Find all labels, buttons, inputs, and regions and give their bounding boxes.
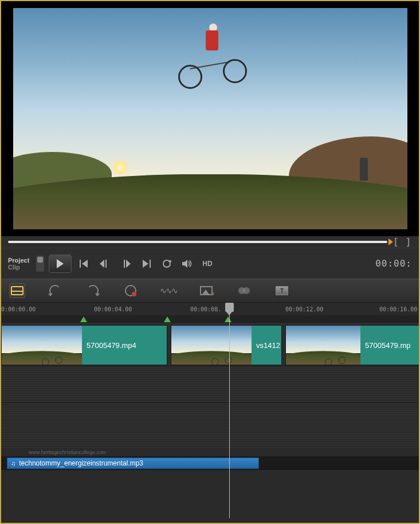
music-note-icon: ♫ <box>11 460 15 467</box>
playhead[interactable] <box>229 303 230 518</box>
svg-rect-0 <box>80 260 81 268</box>
text-icon: T <box>276 286 288 295</box>
ruler-tick: 0:00:00.00 <box>1 306 36 312</box>
marker[interactable] <box>164 316 171 322</box>
play-button[interactable] <box>49 255 72 273</box>
audio-mixer-button[interactable]: ∿∿∿ <box>160 283 176 298</box>
go-start-button[interactable] <box>76 256 92 272</box>
effects-button[interactable] <box>236 283 252 298</box>
scrubber-row: [ ] <box>1 236 419 248</box>
marker[interactable] <box>225 316 231 322</box>
go-end-button[interactable] <box>138 256 154 272</box>
auto-music-button[interactable] <box>198 283 214 298</box>
svg-marker-1 <box>82 260 88 268</box>
video-track[interactable]: 🔊 57005479.mp4 vs1412 🔊 57005479.mp <box>1 323 419 366</box>
step-fwd-button[interactable] <box>117 256 134 272</box>
svg-marker-5 <box>126 260 131 268</box>
mode-project-label: Project <box>8 257 29 264</box>
ruler-tick: 00:00:04.00 <box>94 306 132 312</box>
reel-icon <box>125 285 136 296</box>
hd-label[interactable]: HD <box>202 260 212 268</box>
mode-clip-label: Clip <box>8 264 29 271</box>
redo-button[interactable] <box>85 283 101 298</box>
clip-thumbnail: 🔊 <box>286 326 360 365</box>
playhead-handle[interactable] <box>225 303 234 312</box>
audio-clip-label: technotommy_energizeinstrumental.mp3 <box>19 459 143 467</box>
svg-marker-2 <box>100 260 104 268</box>
clip-thumbnail <box>171 326 252 365</box>
svg-point-8 <box>163 260 170 267</box>
storyboard-icon <box>11 286 23 295</box>
clip-label: vs1412 <box>252 326 281 365</box>
ruler-tick: 00:00:16.00 <box>379 306 417 312</box>
ruler-tick: 00:00:12.00 <box>285 306 323 312</box>
svg-marker-10 <box>182 260 187 268</box>
storyboard-toggle[interactable] <box>9 283 25 298</box>
loop-button[interactable] <box>159 256 175 272</box>
marker-row[interactable] <box>1 315 419 323</box>
watermark-text: www.heritagechristiancollege.com <box>1 448 419 456</box>
redo-icon <box>87 285 99 296</box>
clip-thumbnail: 🔊 <box>2 326 82 365</box>
clip-label: 57005479.mp <box>360 326 420 365</box>
undo-button[interactable] <box>47 283 63 298</box>
video-clip[interactable]: 🔊 57005479.mp4 <box>1 325 167 365</box>
svg-marker-9 <box>169 260 172 263</box>
timeline-toolbar: ∿∿∿ T <box>1 279 419 303</box>
video-clip[interactable]: vs1412 <box>171 325 282 365</box>
timecode-display[interactable]: 00:00: <box>375 258 412 269</box>
mode-labels: Project Clip <box>8 257 29 271</box>
volume-button[interactable] <box>179 256 195 272</box>
preview-frame <box>13 8 407 229</box>
svg-rect-3 <box>105 260 107 268</box>
play-icon <box>57 259 64 268</box>
wave-icon: ∿∿∿ <box>160 286 177 295</box>
audio-track[interactable]: ♫ technotommy_energizeinstrumental.mp3 <box>1 456 419 470</box>
svg-marker-6 <box>143 260 148 268</box>
marker[interactable] <box>80 316 87 322</box>
timeline-ruler[interactable]: 0:00:00.00 00:00:04.00 00:00:08. 00:00:1… <box>1 303 419 315</box>
ruler-tick: 00:00:08. <box>190 306 221 312</box>
svg-rect-4 <box>124 260 125 268</box>
title-track[interactable] <box>1 402 419 448</box>
playback-controls: Project Clip HD 00:00: <box>1 248 419 279</box>
video-clip[interactable]: 🔊 57005479.mp <box>285 325 420 365</box>
mark-out-button[interactable]: ] <box>405 237 412 247</box>
pic-music-icon <box>200 286 213 295</box>
scrubber-track[interactable] <box>8 241 387 243</box>
audio-clip[interactable]: ♫ technotommy_energizeinstrumental.mp3 <box>7 457 259 469</box>
title-button[interactable]: T <box>274 283 290 298</box>
step-back-button[interactable] <box>97 256 113 272</box>
blur-icon <box>238 286 250 295</box>
undo-icon <box>49 285 61 296</box>
overlay-track[interactable] <box>1 366 419 402</box>
scrubber-end-marker[interactable] <box>388 238 393 245</box>
video-preview <box>1 1 419 236</box>
clip-label: 57005479.mp4 <box>82 326 167 365</box>
record-button[interactable] <box>123 283 139 298</box>
svg-rect-7 <box>150 260 151 268</box>
mode-toggle[interactable] <box>36 256 44 272</box>
